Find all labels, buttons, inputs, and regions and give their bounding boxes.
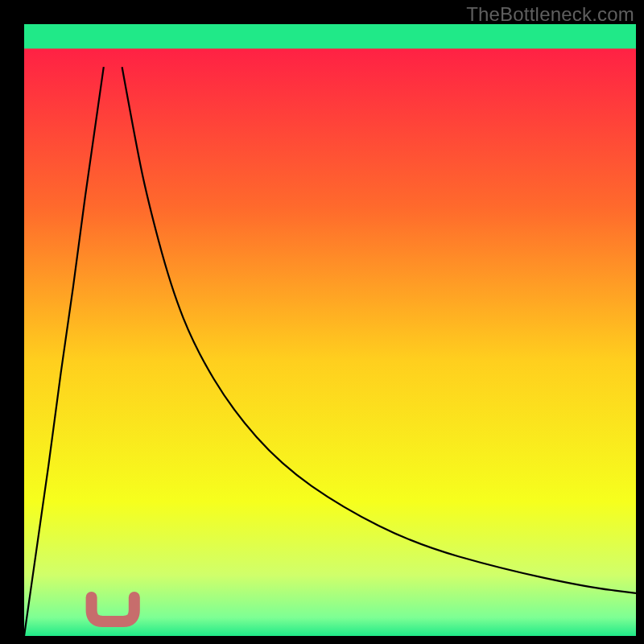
chart-svg — [24, 24, 636, 636]
svg-rect-0 — [24, 24, 636, 48]
gradient-background — [24, 24, 636, 636]
green-band — [24, 24, 636, 48]
chart-frame: TheBottleneck.com — [0, 0, 644, 644]
plot-area — [24, 24, 636, 636]
watermark-label: TheBottleneck.com — [466, 3, 634, 26]
